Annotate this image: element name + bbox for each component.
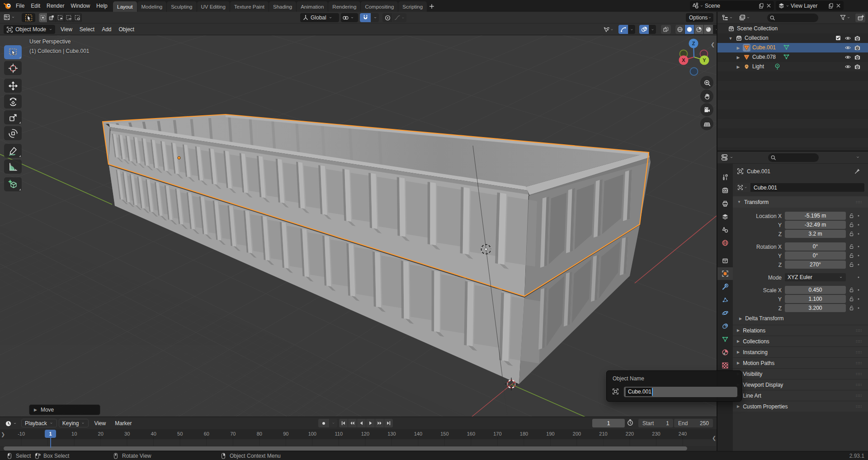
tool-scale[interactable]: [4, 110, 22, 124]
panel-collections[interactable]: ▶Collections∷∷: [733, 336, 868, 346]
lock-open-icon[interactable]: [849, 305, 854, 311]
properties-tab-tool[interactable]: [717, 171, 733, 184]
select-mode-4[interactable]: [73, 13, 82, 22]
pin-icon[interactable]: [854, 168, 861, 175]
tool-rotate[interactable]: [4, 95, 22, 109]
animate-dot-icon[interactable]: [856, 306, 861, 310]
pan-button[interactable]: [700, 90, 713, 103]
properties-search-input[interactable]: [768, 153, 819, 162]
outliner-item-label[interactable]: Scene Collection: [737, 24, 778, 33]
close-icon[interactable]: [835, 3, 844, 9]
outliner-row-cube-078[interactable]: ▶Cube.078: [717, 52, 868, 62]
panel-drag-handle[interactable]: ∷∷: [856, 328, 862, 333]
timeline-scrollbar[interactable]: [4, 446, 687, 451]
outliner-filter-type-icon[interactable]: [739, 14, 750, 21]
disclosure-right-icon[interactable]: ▶: [736, 46, 741, 50]
auto-key-dropdown[interactable]: [330, 419, 337, 427]
region-divider-outliner-props[interactable]: [717, 151, 868, 152]
timeline-ruler[interactable]: -101020304050607080901001101201301401501…: [0, 429, 717, 439]
panel-visibility[interactable]: ▶Visibility∷∷: [733, 368, 868, 379]
properties-tab-collection[interactable]: [717, 254, 733, 267]
scene-name[interactable]: Scene: [704, 3, 758, 9]
menu-window[interactable]: Window: [67, 0, 93, 12]
outliner-item-label[interactable]: Light: [752, 62, 764, 71]
select-mode-0[interactable]: [39, 13, 47, 22]
tool-select-box[interactable]: [4, 45, 22, 59]
properties-tab-object-data[interactable]: [717, 333, 733, 346]
camera-toggle-icon[interactable]: [854, 44, 861, 51]
transform-value-field[interactable]: -32.49 m: [785, 221, 846, 229]
region-divider-timeline[interactable]: [0, 417, 717, 417]
panel-drag-handle[interactable]: ∷∷: [856, 200, 862, 204]
duplicate-icon[interactable]: [758, 3, 766, 9]
timeline-editor-type-button[interactable]: [4, 419, 19, 428]
name-id-type-button[interactable]: [735, 183, 750, 192]
collapse-timeline-icon[interactable]: ❮: [712, 435, 716, 441]
expand-channels-icon[interactable]: ❯: [1, 432, 5, 437]
lock-open-icon[interactable]: [849, 296, 854, 302]
properties-tab-particles[interactable]: [717, 294, 733, 306]
zoom-button[interactable]: [700, 76, 713, 89]
properties-tab-world[interactable]: [717, 237, 733, 249]
jump-to-start-button[interactable]: [339, 419, 348, 427]
active-tool-button[interactable]: [22, 13, 35, 22]
panel-instancing[interactable]: ▶Instancing∷∷: [733, 346, 868, 357]
object-name-input[interactable]: Cube.001: [624, 387, 737, 397]
tool-transform[interactable]: [4, 126, 22, 140]
workspace-tab-rendering[interactable]: Rendering: [328, 1, 360, 12]
panel-relations[interactable]: ▶Relations∷∷: [733, 325, 868, 336]
overlays-toggle[interactable]: [639, 25, 649, 34]
eye-toggle-icon[interactable]: [844, 54, 851, 61]
eye-toggle-icon[interactable]: [844, 44, 851, 51]
camera-toggle-icon[interactable]: [854, 35, 861, 42]
select-mode-3[interactable]: [65, 13, 73, 22]
close-icon[interactable]: [766, 3, 774, 9]
panel-drag-handle[interactable]: ∷∷: [856, 372, 862, 376]
properties-tab-object[interactable]: [717, 267, 733, 280]
workspace-tab-sculpting[interactable]: Sculpting: [167, 1, 196, 12]
properties-tab-view-layer[interactable]: [717, 210, 733, 223]
xray-toggle[interactable]: [661, 25, 671, 34]
lock-open-icon[interactable]: [849, 222, 854, 228]
stopwatch-icon[interactable]: [627, 419, 634, 426]
scene-selector[interactable]: Scene: [690, 1, 774, 10]
view-layer-selector[interactable]: View Layer: [776, 1, 844, 10]
viewport-menu-select[interactable]: Select: [76, 24, 98, 35]
properties-tab-scene[interactable]: [717, 223, 733, 236]
camera-toggle-icon[interactable]: [854, 63, 861, 70]
timeline-menu-marker[interactable]: Marker: [110, 417, 136, 430]
tool-annotate[interactable]: [4, 144, 22, 158]
options-dropdown[interactable]: Options: [686, 13, 713, 22]
transform-value-field[interactable]: 0.450: [785, 286, 846, 294]
viewport-menu-add[interactable]: Add: [98, 24, 115, 35]
chevron-down-icon[interactable]: [855, 155, 860, 160]
panel-viewport-display[interactable]: ▶Viewport Display∷∷: [733, 379, 868, 390]
properties-tab-constraints[interactable]: [717, 320, 733, 332]
workspace-tab-uv-editing[interactable]: UV Editing: [197, 1, 230, 12]
mode-dropdown[interactable]: Object Mode: [4, 25, 55, 34]
animate-dot-icon[interactable]: [856, 297, 861, 301]
tool-measure[interactable]: [4, 160, 22, 174]
transform-value-field[interactable]: 3.2 m: [785, 230, 846, 238]
filter-icon[interactable]: [840, 14, 851, 21]
workspace-tab-layout[interactable]: Layout: [113, 1, 137, 12]
pivot-point-dropdown[interactable]: [341, 13, 358, 22]
outliner-item-label[interactable]: Cube.078: [752, 52, 776, 62]
camera-view-button[interactable]: [700, 103, 713, 116]
outliner-row-cube-001[interactable]: ▶Cube.001: [717, 43, 868, 52]
properties-tab-output[interactable]: [717, 197, 733, 210]
disclosure-down-icon[interactable]: ▼: [728, 36, 733, 41]
editor-type-icon[interactable]: [3, 14, 15, 21]
outliner-item-label[interactable]: Collection: [745, 33, 769, 43]
transform-value-field[interactable]: 3.200: [785, 304, 846, 312]
play-button[interactable]: [366, 419, 375, 427]
panel-custom-properties[interactable]: ▶Custom Properties∷∷: [733, 401, 868, 412]
transform-value-field[interactable]: 270°: [785, 261, 846, 269]
timeline-menu-keying[interactable]: Keying: [59, 419, 89, 427]
lock-open-icon[interactable]: [849, 231, 854, 237]
properties-tab-material[interactable]: [717, 346, 733, 359]
mode-select[interactable]: XYZ Euler: [785, 273, 846, 281]
timeline-menu-playback[interactable]: Playback: [21, 419, 57, 427]
checkbox-toggle-icon[interactable]: [835, 35, 841, 41]
snap-settings-dropdown[interactable]: [371, 13, 379, 22]
